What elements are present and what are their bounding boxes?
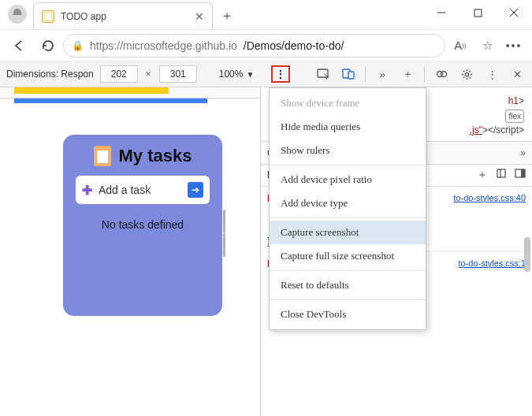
menu-item-hide-media-queries[interactable]: Hide media queries	[270, 115, 426, 139]
dimension-x: ×	[146, 69, 151, 80]
add-task-placeholder: Add a task	[99, 184, 151, 196]
tab-favicon	[42, 10, 54, 23]
read-aloud-icon[interactable]: A))	[448, 34, 472, 58]
resize-handle-right[interactable]	[222, 210, 229, 257]
flex-badge[interactable]: flex	[505, 110, 524, 124]
new-tab-button[interactable]: ＋	[216, 5, 238, 27]
device-more-options-button[interactable]: ⋮	[271, 65, 290, 83]
toggle-device-icon[interactable]	[340, 65, 357, 83]
url-path: /Demos/demo-to-do/	[244, 39, 344, 52]
issues-icon[interactable]	[433, 65, 450, 83]
menu-item-reset-to-defaults[interactable]: Reset to defaults	[270, 273, 426, 297]
devtools-menu-icon[interactable]: ⋮	[483, 65, 500, 83]
content-area: My tasks ✚ Add a task ➜ No tasks defined…	[0, 87, 532, 416]
toolbar-divider	[365, 66, 366, 82]
back-button[interactable]	[6, 33, 32, 58]
script-close: ></script>	[482, 124, 524, 136]
svg-rect-21	[521, 169, 525, 177]
device-viewport: My tasks ✚ Add a task ➜ No tasks defined	[63, 135, 222, 332]
tab-title: TODO app	[61, 11, 188, 22]
close-devtools-icon[interactable]: ✕	[508, 65, 526, 83]
add-tab-icon[interactable]: ＋	[399, 65, 416, 83]
svg-line-16	[469, 71, 471, 72]
submit-arrow-icon[interactable]: ➜	[188, 182, 203, 198]
dimensions-label[interactable]: Dimensions: Respon	[6, 69, 94, 80]
svg-rect-6	[348, 72, 354, 79]
device-preview-pane: My tasks ✚ Add a task ➜ No tasks defined	[0, 87, 260, 416]
source-link[interactable]: to-do-styles.css:1	[458, 257, 526, 270]
profile-avatar[interactable]	[8, 5, 27, 24]
svg-point-9	[465, 72, 468, 76]
chevron-down-icon: ▼	[246, 70, 254, 79]
select-element-icon[interactable]	[314, 65, 332, 83]
menu-separator	[270, 270, 426, 271]
todo-heading: My tasks	[119, 146, 192, 166]
todo-app-card: My tasks ✚ Add a task ➜ No tasks defined	[63, 135, 222, 316]
todo-title-row: My tasks	[94, 146, 192, 166]
ruler-horizontal	[0, 87, 260, 98]
elem-h1: h1	[508, 95, 519, 106]
computed-sidebar-icon[interactable]	[515, 168, 526, 182]
menu-item-add-device-pixel-ratio[interactable]: Add device pixel ratio	[270, 168, 426, 191]
height-input[interactable]	[159, 65, 197, 83]
favorite-icon[interactable]: ☆	[475, 34, 499, 58]
more-tabs-icon[interactable]: »	[374, 65, 391, 83]
menu-separator	[270, 217, 426, 218]
clipboard-icon	[94, 146, 111, 166]
add-task-input[interactable]: ✚ Add a task ➜	[76, 176, 210, 204]
menu-item-show-device-frame: Show device frame	[270, 91, 426, 115]
browser-titlebar: TODO app ✕ ＋	[0, 0, 532, 30]
url-host: https://microsoftedge.github.io	[90, 39, 237, 52]
lock-icon: 🔒	[72, 40, 84, 51]
minimize-button[interactable]	[423, 0, 459, 26]
width-input[interactable]	[100, 65, 138, 83]
menu-item-capture-full-size-screenshot[interactable]: Capture full size screenshot	[270, 244, 426, 268]
maximize-button[interactable]	[459, 0, 496, 26]
scrollbar-thumb[interactable]	[524, 237, 530, 272]
zoom-value: 100%	[219, 69, 244, 80]
svg-line-14	[463, 71, 465, 72]
toggle-classes-icon[interactable]	[496, 168, 507, 182]
menu-item-capture-screenshot[interactable]: Capture screenshot	[270, 221, 426, 244]
menu-item-add-device-type[interactable]: Add device type	[270, 191, 426, 215]
empty-state-text: No tasks defined	[102, 218, 184, 231]
script-src: .js"	[470, 124, 482, 136]
menu-item-close-devtools[interactable]: Close DevTools	[270, 303, 426, 326]
close-tab-icon[interactable]: ✕	[195, 10, 204, 23]
svg-line-17	[463, 76, 465, 78]
plus-icon: ✚	[82, 183, 92, 198]
media-query-bar[interactable]	[14, 98, 207, 103]
close-window-button[interactable]	[496, 0, 532, 26]
address-bar-row: 🔒 https://microsoftedge.github.io/Demos/…	[0, 30, 532, 61]
window-controls	[423, 0, 532, 26]
settings-gear-icon[interactable]	[458, 65, 475, 83]
svg-line-15	[469, 76, 471, 78]
device-options-menu: Show device frameHide media queriesShow …	[269, 87, 426, 330]
source-link[interactable]: to-do-styles.css:40	[453, 191, 526, 205]
url-input[interactable]: 🔒 https://microsoftedge.github.io/Demos/…	[63, 34, 445, 58]
svg-rect-1	[474, 9, 482, 17]
refresh-button[interactable]	[35, 33, 60, 58]
menu-item-show-rulers[interactable]: Show rulers	[270, 139, 426, 162]
menu-separator	[270, 165, 426, 165]
device-toolbar: Dimensions: Respon × 100%▼ ⋮ » ＋ ⋮ ✕	[0, 61, 532, 87]
svg-point-8	[441, 71, 446, 76]
toolbar-divider	[424, 66, 425, 82]
menu-separator	[270, 299, 426, 300]
browser-tab[interactable]: TODO app ✕	[33, 2, 213, 29]
more-tabs-chevron-icon[interactable]: »	[520, 147, 526, 158]
svg-rect-18	[497, 169, 505, 177]
browser-menu-icon[interactable]: •••	[502, 34, 526, 58]
new-style-rule-icon[interactable]: ＋	[477, 168, 488, 182]
zoom-dropdown[interactable]: 100%▼	[219, 69, 255, 80]
